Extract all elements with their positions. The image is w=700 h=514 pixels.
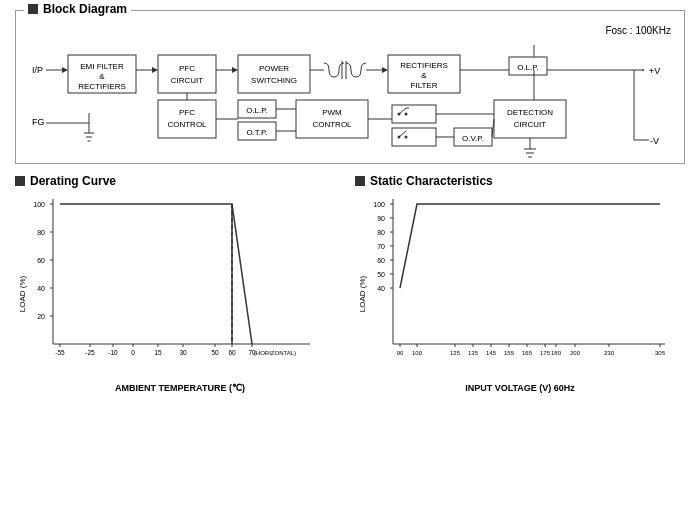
pfc-circuit-text2: CIRCUIT [171,76,204,85]
olp-mid-text: O.L.P. [246,106,268,115]
svg-text:-25: -25 [85,349,95,356]
svg-text:165: 165 [522,350,533,356]
detection-box [494,100,566,138]
svg-text:-55: -55 [55,349,65,356]
static-x-label: INPUT VOLTAGE (V) 60Hz [355,383,685,393]
pwm-text1: PWM [322,108,342,117]
svg-text:100: 100 [33,201,45,208]
svg-text:90: 90 [397,350,404,356]
derating-curve-title: Derating Curve [15,174,345,188]
ip-arrow [62,67,68,73]
derating-slope-line [232,204,252,344]
svg-text:60: 60 [228,349,236,356]
transformer-left [324,63,344,77]
derating-curve-section: Derating Curve LOAD (%) 100 [15,174,345,393]
svg-text:180: 180 [551,350,562,356]
ip-label: I/P [32,65,43,75]
static-chart-area: LOAD (%) 100 90 80 [355,194,685,379]
svg-text:-10: -10 [108,349,118,356]
svg-text:305: 305 [655,350,666,356]
svg-text:(HORIZONTAL): (HORIZONTAL) [254,350,296,356]
static-char-section: Static Characteristics LOAD (%) 100 [355,174,685,393]
rect-filter-text1: RECTIFIERS [400,61,448,70]
rect-filter-text3: FILTER [411,81,438,90]
emi-text3: RECTIFIERS [78,82,126,91]
svg-text:175: 175 [540,350,551,356]
detection-text1: DETECTION [507,108,553,117]
static-svg: LOAD (%) 100 90 80 [355,194,685,379]
title-icon [28,4,38,14]
emi-text2: & [99,72,105,81]
pfc-control-box [158,100,216,138]
pfc-control-text2: CONTROL [167,120,207,129]
transformer-arrow [382,67,388,73]
block-diagram-title: Block Diagram [24,2,131,16]
static-y-label: LOAD (%) [358,275,367,312]
pwm-text2: CONTROL [312,120,352,129]
rect-filter-text2: & [421,71,427,80]
page: Block Diagram Fosc : 100KHz I/P FG EMI F… [0,0,700,514]
power-sw-text1: POWER [259,64,289,73]
fosc-label: Fosc : 100KHz [605,25,671,36]
svg-text:40: 40 [37,285,45,292]
derating-y-label: LOAD (%) [18,275,27,312]
static-char-title: Static Characteristics [355,174,685,188]
detection-text2: CIRCUIT [514,120,547,129]
emi-pfc-arrow [152,67,158,73]
svg-text:135: 135 [468,350,479,356]
static-curve-line [400,204,660,288]
block-diagram-section: Block Diagram Fosc : 100KHz I/P FG EMI F… [15,10,685,164]
pfc-circuit-box [158,55,216,93]
svg-point-31 [405,113,408,116]
svg-text:80: 80 [37,229,45,236]
svg-point-35 [405,136,408,139]
block-diagram-svg: I/P FG EMI FILTER & RECTIFIERS [24,35,684,165]
svg-text:60: 60 [37,257,45,264]
svg-text:155: 155 [504,350,515,356]
svg-text:80: 80 [377,229,385,236]
derating-solid-line [60,204,232,344]
svg-text:90: 90 [377,215,385,222]
block-diagram-content: Fosc : 100KHz I/P FG EMI FILTER & RECTIF… [24,25,676,155]
svg-text:0: 0 [131,349,135,356]
derating-icon [15,176,25,186]
svg-text:40: 40 [377,285,385,292]
static-char-icon [355,176,365,186]
power-sw-box [238,55,310,93]
pwm-control-box [296,100,368,138]
svg-text:145: 145 [486,350,497,356]
emi-text1: EMI FILTER [80,62,124,71]
pfc-control-text1: PFC [179,108,195,117]
ovp-text: O.V.P. [462,134,484,143]
derating-svg: LOAD (%) 100 80 [15,194,345,379]
derating-x-label: AMBIENT TEMPERATURE (℃) [15,383,345,393]
transformer-right [346,63,366,77]
svg-text:20: 20 [37,313,45,320]
vplus-label: +V [649,66,660,76]
svg-text:30: 30 [179,349,187,356]
svg-text:60: 60 [377,257,385,264]
pfc-circuit-text1: PFC [179,64,195,73]
fg-label: FG [32,117,45,127]
svg-text:200: 200 [570,350,581,356]
vminus-label: -V [650,136,659,146]
svg-text:125: 125 [450,350,461,356]
svg-text:230: 230 [604,350,615,356]
charts-row: Derating Curve LOAD (%) 100 [15,174,685,393]
power-sw-text2: SWITCHING [251,76,297,85]
svg-text:100: 100 [373,201,385,208]
svg-point-34 [398,136,401,139]
svg-text:100: 100 [412,350,423,356]
olp-top-text: O.L.P. [517,63,539,72]
pfc-pw-arrow [232,67,238,73]
svg-text:50: 50 [377,271,385,278]
otp-text: O.T.P. [246,128,267,137]
derating-chart-area: LOAD (%) 100 80 [15,194,345,379]
svg-text:15: 15 [154,349,162,356]
svg-text:50: 50 [211,349,219,356]
svg-text:70: 70 [377,243,385,250]
svg-point-30 [398,113,401,116]
